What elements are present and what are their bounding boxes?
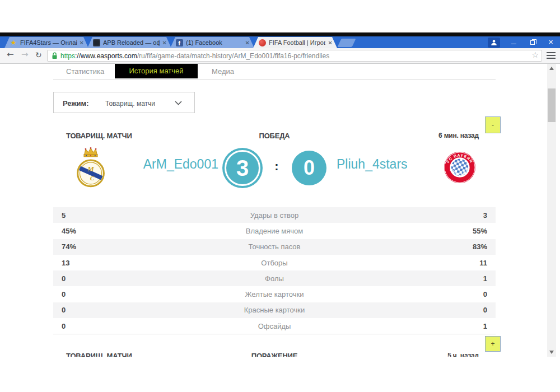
collapse-note-button[interactable]: -	[485, 116, 501, 133]
away-score: 0	[304, 156, 315, 180]
stat-home-value: 5	[62, 211, 106, 220]
tab-strip: ★ FIFA4Stars — Онлайн Тур ✕ APB Reloaded…	[4, 37, 354, 48]
tabs-divider	[53, 79, 496, 80]
forward-button[interactable]: →	[21, 49, 29, 59]
match-header: ТОВАРИЩ. МАТЧИ ПОРАЖЕНИЕ 5 ч. назад	[53, 352, 496, 357]
restore-icon	[530, 40, 535, 45]
tab-close-icon[interactable]: ✕	[327, 40, 334, 46]
stat-home-value: 45%	[62, 227, 106, 235]
tab-media[interactable]: Медиа	[212, 67, 234, 76]
fifa-favicon-icon	[258, 39, 266, 46]
stat-label: Красные карточки	[106, 306, 442, 314]
scroll-up-arrow-icon[interactable]	[549, 67, 554, 70]
tab-close-icon[interactable]: ✕	[78, 40, 85, 46]
close-button[interactable]: ✕	[542, 37, 560, 48]
tab-title: FIFA Football | Игровые д	[269, 39, 325, 46]
browser-tab-fifa4stars[interactable]: ★ FIFA4Stars — Онлайн Тур ✕	[4, 37, 88, 48]
score-separator: :	[272, 159, 281, 174]
browser-window: ★ FIFA4Stars — Онлайн Тур ✕ APB Reloaded…	[0, 36, 560, 357]
stat-away-value: 1	[442, 274, 487, 283]
stat-away-value: 3	[442, 211, 487, 220]
stat-row: 13Отборы11	[53, 255, 496, 270]
person-icon	[491, 39, 497, 46]
scrollbar-thumb[interactable]	[548, 88, 556, 122]
expand-note-button[interactable]: +	[485, 336, 501, 352]
restore-button[interactable]	[523, 37, 542, 48]
stat-label: Удары в створ	[106, 211, 442, 220]
browser-tab-apb-reloaded[interactable]: APB Reloaded — официа ✕	[87, 37, 171, 48]
apb-favicon-icon	[92, 39, 100, 46]
close-icon: ✕	[548, 39, 553, 45]
scroll-down-arrow-icon[interactable]	[549, 351, 554, 354]
url-path: /ru/fifa/game-data/match-history/ArM_Edo…	[137, 52, 330, 60]
match-result: ПОРАЖЕНИЕ	[53, 352, 496, 357]
away-player-name[interactable]: Pliuh_4stars	[337, 157, 408, 172]
stat-label: Отборы	[106, 259, 442, 267]
stat-home-value: 0	[62, 290, 106, 298]
tab-title: FIFA4Stars — Онлайн Тур	[20, 39, 77, 46]
address-bar[interactable]: https://www.easports.com/ru/fifa/game-da…	[47, 50, 542, 62]
new-tab-button[interactable]	[338, 39, 356, 47]
mode-label: Режим:	[63, 99, 89, 108]
browser-menu-icon[interactable]	[547, 52, 556, 60]
stat-home-value: 0	[62, 322, 106, 330]
stat-home-value: 0	[62, 274, 106, 283]
stat-label: Желтые карточки	[106, 290, 442, 298]
stat-away-value: 0	[442, 290, 487, 298]
mode-selected-value: Товарищ. матчи	[105, 100, 155, 108]
browser-toolbar: ← → ↻ https://www.easports.com/ru/fifa/g…	[0, 48, 560, 64]
reload-button[interactable]: ↻	[35, 50, 42, 59]
tab-statistics[interactable]: Статистика	[66, 67, 104, 76]
window-top-border	[0, 32, 560, 36]
stat-row: 5Удары в створ3	[53, 207, 496, 223]
stat-label: Офсайды	[106, 322, 442, 330]
minimize-button[interactable]	[505, 37, 523, 48]
stat-label: Владение мячом	[106, 227, 442, 235]
back-button[interactable]: ←	[7, 49, 14, 59]
svg-text:M: M	[87, 165, 94, 173]
stat-row: 74%Точность пасов83%	[53, 239, 496, 255]
stat-row: 0Фолы1	[53, 270, 496, 286]
svg-text:C: C	[90, 175, 95, 181]
home-score-badge: 3	[222, 148, 263, 188]
tab-close-icon[interactable]: ✕	[161, 40, 168, 46]
stat-row: 45%Владение мячом55%	[53, 223, 496, 239]
browser-titlebar: ★ FIFA4Stars — Онлайн Тур ✕ APB Reloaded…	[0, 36, 560, 48]
stat-label: Точность пасов	[106, 242, 442, 251]
facebook-favicon-icon: f	[175, 39, 183, 46]
minimize-icon	[511, 44, 516, 44]
stat-home-value: 0	[62, 306, 106, 314]
stat-home-value: 13	[62, 259, 106, 267]
stat-row: 0Офсайды1	[53, 318, 496, 334]
page-scrollbar[interactable]	[547, 64, 556, 357]
match-header: ТОВАРИЩ. МАТЧИ ПОБЕДА 6 мин. назад	[53, 132, 496, 141]
profile-button[interactable]	[488, 38, 500, 48]
mode-dropdown[interactable]: Режим: Товарищ. матчи	[53, 92, 195, 113]
stat-away-value: 0	[442, 306, 487, 314]
browser-tab-fifa-football-active[interactable]: FIFA Football | Игровые д ✕	[253, 37, 337, 48]
match-result: ПОБЕДА	[53, 132, 496, 140]
home-player-name[interactable]: ArM_Edo001	[106, 157, 218, 172]
stat-row: 0Желтые карточки0	[53, 286, 496, 302]
home-score: 3	[222, 148, 263, 188]
away-score-badge: 0	[292, 151, 326, 185]
tab-title: APB Reloaded — официа	[103, 39, 160, 46]
url-scheme: https	[60, 52, 75, 60]
screen: ★ FIFA4Stars — Онлайн Тур ✕ APB Reloaded…	[0, 0, 560, 392]
url-domain: ://www.easports.com	[75, 52, 137, 60]
page-viewport: Статистика История матчей Медиа Режим: Т…	[0, 64, 560, 357]
stat-away-value: 11	[442, 259, 487, 267]
stat-away-value: 1	[442, 322, 487, 330]
stat-home-value: 74%	[62, 242, 106, 251]
match-stats-table: 5Удары в створ345%Владение мячом55%74%То…	[53, 207, 496, 334]
match-time-ago: 5 ч. назад	[447, 352, 479, 357]
bookmark-star-icon[interactable]: ☆	[531, 50, 539, 59]
stat-label: Фолы	[106, 274, 442, 283]
tab-match-history-active[interactable]: История матчей	[115, 64, 198, 78]
real-madrid-crest-icon: M C	[76, 146, 105, 189]
tab-close-icon[interactable]: ✕	[244, 40, 251, 46]
browser-tab-facebook[interactable]: f (1) Facebook ✕	[170, 37, 254, 48]
stat-away-value: 83%	[442, 242, 487, 251]
secure-lock-icon	[52, 52, 58, 59]
bayern-munich-crest-icon: FC BAYERN MÜNCHEN	[444, 151, 476, 184]
